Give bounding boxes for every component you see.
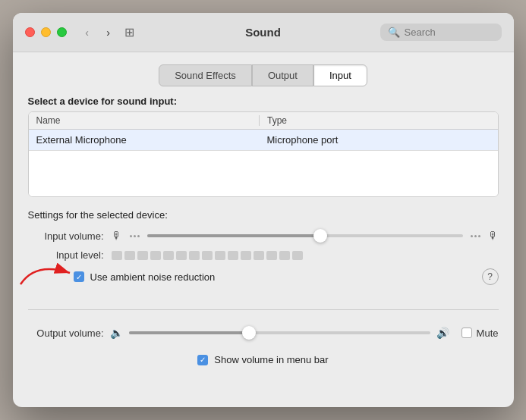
level-bar-3 xyxy=(137,251,148,260)
table-empty-row xyxy=(29,151,498,196)
volume-high-icon: 🔊 xyxy=(436,327,449,339)
settings-title: Settings for the selected device: xyxy=(28,209,499,221)
back-button[interactable]: ‹ xyxy=(79,24,96,41)
level-bar-8 xyxy=(202,251,213,260)
level-bar-1 xyxy=(112,251,122,260)
level-bar-6 xyxy=(176,251,187,260)
show-volume-row: ✓ Show volume in menu bar xyxy=(28,354,499,365)
input-volume-row: Input volume: 🎙 🎙 xyxy=(28,230,499,242)
table-row[interactable]: External Microphone Microphone port xyxy=(29,130,498,151)
level-bar-14 xyxy=(279,251,290,260)
level-bar-15 xyxy=(292,251,303,260)
content-area: Sound Effects Output Input Select a devi… xyxy=(13,52,514,407)
tab-sound-effects[interactable]: Sound Effects xyxy=(159,64,252,86)
level-bar-4 xyxy=(150,251,161,260)
maximize-button[interactable] xyxy=(57,27,67,37)
noise-reduction-checkbox[interactable]: ✓ xyxy=(74,271,84,282)
col-name-header: Name xyxy=(36,115,260,126)
volume-dots-left xyxy=(130,235,140,237)
input-volume-label: Input volume: xyxy=(28,230,104,242)
table-header: Name Type xyxy=(29,112,498,130)
device-section: Select a device for sound input: Name Ty… xyxy=(28,96,499,197)
grid-icon[interactable]: ⊞ xyxy=(124,25,134,39)
show-volume-label: Show volume in menu bar xyxy=(214,354,328,365)
input-level-row: Input level: xyxy=(28,249,499,261)
col-type-header: Type xyxy=(259,115,490,126)
tabs-container: Sound Effects Output Input xyxy=(28,64,499,86)
search-icon: 🔍 xyxy=(388,27,400,38)
level-bar-11 xyxy=(241,251,251,260)
device-type: Microphone port xyxy=(260,134,490,146)
level-bar-7 xyxy=(189,251,200,260)
mute-checkbox[interactable] xyxy=(461,328,472,338)
device-name: External Microphone xyxy=(36,134,260,146)
close-button[interactable] xyxy=(25,27,35,37)
device-section-title: Select a device for sound input: xyxy=(28,96,499,107)
input-level-label: Input level: xyxy=(28,249,104,261)
output-volume-row: Output volume: 🔈 🔊 Mute xyxy=(28,327,499,339)
traffic-lights xyxy=(25,27,67,37)
settings-section: Settings for the selected device: Input … xyxy=(28,209,499,293)
titlebar: ‹ › ⊞ Sound 🔍 xyxy=(13,13,514,52)
output-volume-label: Output volume: xyxy=(28,328,104,339)
help-button[interactable]: ? xyxy=(482,268,499,285)
device-table: Name Type External Microphone Microphone… xyxy=(28,111,499,197)
noise-reduction-label: Use ambient noise reduction xyxy=(90,271,216,283)
input-volume-slider[interactable] xyxy=(147,234,463,237)
window-title: Sound xyxy=(245,26,281,39)
level-bar-12 xyxy=(254,251,264,260)
level-bar-2 xyxy=(124,251,135,260)
level-bar-10 xyxy=(228,251,238,260)
search-input[interactable] xyxy=(405,27,494,38)
level-bar-13 xyxy=(266,251,277,260)
mic-left-icon: 🎙 xyxy=(112,230,122,242)
search-box[interactable]: 🔍 xyxy=(380,24,502,41)
tab-output[interactable]: Output xyxy=(252,64,313,86)
forward-button[interactable]: › xyxy=(100,24,117,41)
show-volume-checkbox[interactable]: ✓ xyxy=(197,355,208,365)
mute-label: Mute xyxy=(477,328,499,339)
main-window: ‹ › ⊞ Sound 🔍 Sound Effects Output Input… xyxy=(13,13,514,407)
nav-buttons: ‹ › xyxy=(79,24,117,41)
level-bar-9 xyxy=(215,251,225,260)
volume-low-icon: 🔈 xyxy=(110,327,123,339)
minimize-button[interactable] xyxy=(41,27,51,37)
output-volume-slider[interactable] xyxy=(129,331,430,334)
mute-section: Mute xyxy=(461,328,499,339)
mic-right-icon: 🎙 xyxy=(488,230,499,242)
divider xyxy=(28,309,499,310)
volume-dots-right xyxy=(471,235,480,237)
tab-input[interactable]: Input xyxy=(313,64,367,86)
level-bar-5 xyxy=(163,251,174,260)
noise-reduction-row: ✓ Use ambient noise reduction ? xyxy=(28,268,499,285)
level-bars xyxy=(112,251,303,260)
